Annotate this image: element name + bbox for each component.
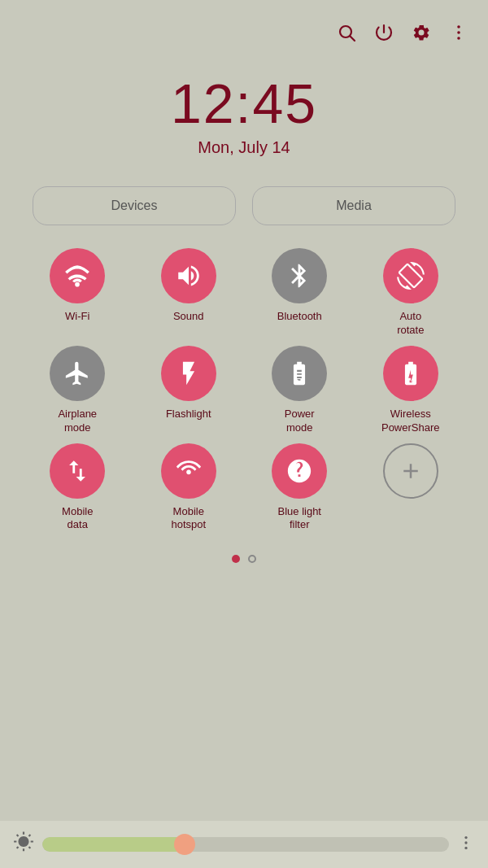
brightness-more-icon[interactable] bbox=[457, 834, 475, 855]
autorotate-icon-bg bbox=[383, 248, 438, 303]
powershare-icon-bg bbox=[383, 346, 438, 401]
tile-bluelight[interactable]: Blue lightfilter bbox=[246, 443, 353, 533]
powermode-label: Powermode bbox=[285, 408, 315, 435]
tile-bluetooth[interactable]: Bluetooth bbox=[246, 248, 353, 338]
airplane-label: Airplanemode bbox=[58, 408, 97, 435]
hotspot-icon-bg bbox=[161, 443, 216, 499]
tab-row: Devices Media bbox=[33, 186, 455, 225]
svg-point-4 bbox=[457, 37, 460, 40]
page-dots bbox=[0, 555, 488, 563]
svg-point-6 bbox=[464, 841, 467, 844]
bluetooth-label: Bluetooth bbox=[277, 310, 322, 324]
tile-powershare[interactable]: WirelessPowerShare bbox=[358, 346, 464, 435]
devices-tab[interactable]: Devices bbox=[33, 186, 236, 225]
brightness-icon bbox=[13, 831, 34, 857]
clock-time: 12:45 bbox=[0, 72, 488, 135]
clock-date: Mon, July 14 bbox=[0, 138, 488, 157]
flashlight-icon-bg bbox=[161, 346, 216, 401]
mobiledata-icon-bg bbox=[50, 443, 105, 499]
tile-sound[interactable]: Sound bbox=[136, 248, 242, 338]
sound-icon-bg bbox=[161, 248, 216, 303]
search-icon[interactable] bbox=[337, 23, 356, 47]
wifi-icon-bg bbox=[50, 248, 105, 303]
autorotate-label: Autorotate bbox=[397, 310, 424, 338]
mobiledata-label: Mobiledata bbox=[62, 505, 93, 533]
svg-point-5 bbox=[464, 836, 467, 839]
tile-airplane[interactable]: Airplanemode bbox=[24, 346, 131, 435]
tile-flashlight[interactable]: Flashlight bbox=[136, 346, 242, 435]
tile-autorotate[interactable]: Autorotate bbox=[358, 248, 464, 338]
brightness-bar bbox=[0, 821, 488, 868]
powermode-icon-bg bbox=[272, 346, 327, 401]
powershare-label: WirelessPowerShare bbox=[381, 408, 440, 435]
tile-mobiledata[interactable]: Mobiledata bbox=[24, 443, 131, 533]
svg-point-2 bbox=[457, 25, 460, 28]
airplane-icon-bg bbox=[50, 346, 105, 401]
tile-powermode[interactable]: Powermode bbox=[246, 346, 353, 435]
tile-wifi[interactable]: Wi-Fi bbox=[24, 248, 131, 338]
bluelight-label: Blue lightfilter bbox=[278, 505, 321, 533]
tile-add[interactable] bbox=[358, 443, 464, 533]
page-dot-2[interactable] bbox=[248, 555, 256, 563]
tile-hotspot[interactable]: Mobilehotspot bbox=[136, 443, 242, 533]
bluetooth-icon-bg bbox=[272, 248, 327, 303]
svg-point-7 bbox=[464, 847, 467, 849]
brightness-slider-track[interactable] bbox=[42, 837, 449, 852]
media-tab[interactable]: Media bbox=[252, 186, 455, 225]
power-icon[interactable] bbox=[374, 23, 394, 47]
top-icons-bar bbox=[0, 0, 488, 55]
flashlight-label: Flashlight bbox=[166, 408, 211, 421]
bluelight-icon-bg bbox=[272, 443, 327, 499]
clock-section: 12:45 Mon, July 14 bbox=[0, 72, 488, 157]
svg-point-3 bbox=[457, 31, 460, 34]
sound-label: Sound bbox=[173, 310, 204, 324]
wifi-label: Wi-Fi bbox=[65, 310, 89, 324]
page-dot-1[interactable] bbox=[232, 555, 240, 563]
more-options-icon[interactable] bbox=[449, 23, 468, 47]
svg-line-1 bbox=[351, 37, 355, 41]
add-icon-bg bbox=[383, 443, 438, 499]
quick-tiles-grid: Wi-Fi Sound Bluetooth Autorotate bbox=[0, 233, 488, 540]
hotspot-label: Mobilehotspot bbox=[171, 505, 206, 533]
settings-icon[interactable] bbox=[412, 23, 431, 47]
